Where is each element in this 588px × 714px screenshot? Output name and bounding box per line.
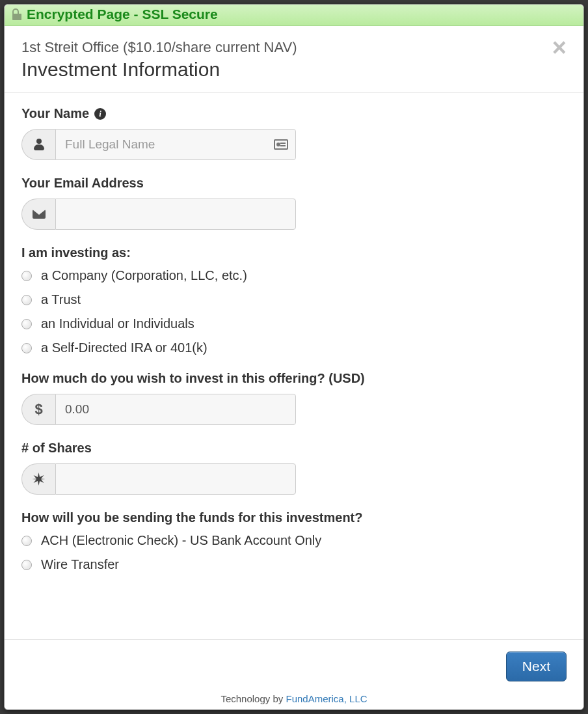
- offering-subtitle: 1st Streit Office ($10.10/share current …: [21, 39, 567, 56]
- investment-modal: Encrypted Page - SSL Secure × 1st Streit…: [4, 4, 584, 710]
- radio-label: Wire Transfer: [41, 557, 119, 572]
- certificate-icon: [21, 463, 55, 495]
- next-button[interactable]: Next: [506, 652, 567, 681]
- page-title: Investment Information: [21, 59, 567, 81]
- radio-dot[interactable]: [21, 271, 32, 281]
- name-input-group: [21, 129, 296, 160]
- amount-input-group: $: [21, 394, 296, 425]
- dollar-icon: $: [21, 394, 55, 425]
- radio-label: an Individual or Individuals: [41, 316, 194, 331]
- person-icon: [21, 129, 55, 160]
- name-input[interactable]: [55, 129, 296, 160]
- modal-body: Your Name i Your Email Address I am inve…: [5, 93, 583, 639]
- tech-link[interactable]: FundAmerica, LLC: [286, 693, 368, 704]
- shares-input-group: [21, 463, 296, 495]
- email-input-group: [21, 199, 296, 230]
- investing-as-group: I am investing as: a Company (Corporatio…: [21, 245, 567, 355]
- modal-header: × 1st Streit Office ($10.10/share curren…: [5, 26, 583, 93]
- envelope-icon: [21, 199, 55, 230]
- radio-label: ACH (Electronic Check) - US Bank Account…: [41, 533, 321, 548]
- id-card-icon: [274, 139, 288, 150]
- ssl-banner: Encrypted Page - SSL Secure: [5, 5, 583, 26]
- radio-ira[interactable]: a Self-Directed IRA or 401(k): [21, 340, 567, 355]
- radio-label: a Company (Corporation, LLC, etc.): [41, 268, 247, 283]
- radio-dot[interactable]: [21, 319, 32, 329]
- shares-group: # of Shares: [21, 441, 567, 495]
- radio-label: a Self-Directed IRA or 401(k): [41, 340, 207, 355]
- name-label-row: Your Name i: [21, 106, 567, 121]
- radio-company[interactable]: a Company (Corporation, LLC, etc.): [21, 268, 567, 283]
- radio-dot[interactable]: [21, 536, 32, 546]
- amount-group: How much do you wish to invest in this o…: [21, 371, 567, 425]
- shares-label: # of Shares: [21, 441, 567, 456]
- lock-icon: [12, 8, 21, 20]
- email-label-row: Your Email Address: [21, 176, 567, 191]
- radio-label: a Trust: [41, 292, 81, 307]
- radio-dot[interactable]: [21, 560, 32, 570]
- tech-prefix: Technology by: [220, 693, 286, 704]
- radio-individual[interactable]: an Individual or Individuals: [21, 316, 567, 331]
- email-group: Your Email Address: [21, 176, 567, 230]
- radio-trust[interactable]: a Trust: [21, 292, 567, 307]
- technology-attribution: Technology by FundAmerica, LLC: [5, 689, 583, 709]
- funding-group: How will you be sending the funds for th…: [21, 510, 567, 572]
- name-group: Your Name i: [21, 106, 567, 160]
- email-input[interactable]: [55, 199, 296, 230]
- modal-footer: Next: [5, 639, 583, 689]
- close-icon[interactable]: ×: [552, 40, 567, 55]
- radio-dot[interactable]: [21, 343, 32, 353]
- funding-label: How will you be sending the funds for th…: [21, 510, 567, 525]
- name-label: Your Name: [21, 106, 89, 121]
- investing-as-options: a Company (Corporation, LLC, etc.) a Tru…: [21, 268, 567, 355]
- radio-wire[interactable]: Wire Transfer: [21, 557, 567, 572]
- investing-as-label: I am investing as:: [21, 245, 567, 260]
- ssl-banner-text: Encrypted Page - SSL Secure: [27, 7, 218, 22]
- radio-dot[interactable]: [21, 295, 32, 305]
- info-icon[interactable]: i: [94, 108, 106, 120]
- radio-ach[interactable]: ACH (Electronic Check) - US Bank Account…: [21, 533, 567, 548]
- funding-options: ACH (Electronic Check) - US Bank Account…: [21, 533, 567, 572]
- amount-input[interactable]: [55, 394, 296, 425]
- email-label: Your Email Address: [21, 176, 144, 191]
- shares-input[interactable]: [55, 463, 296, 495]
- amount-label: How much do you wish to invest in this o…: [21, 371, 567, 386]
